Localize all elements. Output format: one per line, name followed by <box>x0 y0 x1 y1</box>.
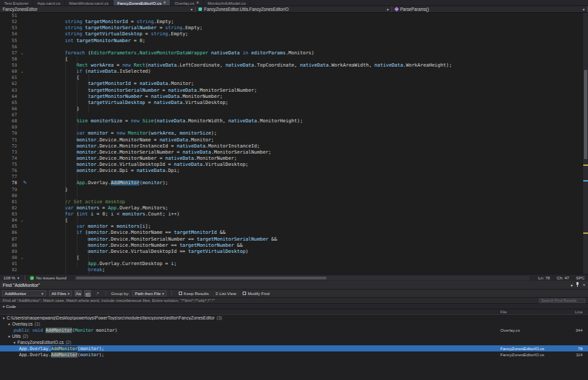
code-line-text[interactable]: Rect workArea = new Rect(nativeData.Left… <box>31 63 452 69</box>
code-line[interactable]: 75 monitor.Device.VirtualDesktopId = nat… <box>0 162 588 168</box>
code-line-text[interactable]: App.Overlay.AddMonitor(monitor); <box>31 180 168 186</box>
code-line-text[interactable]: if (monitor.Device.MonitorName == target… <box>31 230 226 236</box>
glyph-margin[interactable] <box>19 88 31 94</box>
code-line-text[interactable]: var monitor = new Monitor(workArea, moni… <box>31 131 217 137</box>
code-line-text[interactable]: { <box>31 75 80 81</box>
code-line[interactable]: 71 monitor.Device.MonitorName = nativeDa… <box>0 137 588 143</box>
glyph-margin[interactable] <box>19 156 31 162</box>
tab-app-xaml-cs[interactable]: App.xaml.cs <box>33 0 65 5</box>
code-line[interactable]: 59 Rect workArea = new Rect(nativeData.L… <box>0 63 588 69</box>
fold-chevron-icon[interactable]: ⌄ <box>20 69 24 75</box>
code-line-text[interactable]: // Set active desktop <box>31 199 125 205</box>
code-line[interactable]: 60⌄ if (nativeData.IsSelected) <box>0 69 588 75</box>
type-dropdown[interactable]: FancyZonesEditor.Utils.FancyZonesEditorI… <box>196 6 392 12</box>
glyph-margin[interactable] <box>19 237 31 243</box>
code-line[interactable]: 53 string targetMonitorSerialNumber = st… <box>0 25 588 31</box>
zoom-control[interactable]: 108 % ▾ <box>0 275 22 281</box>
code-line[interactable]: 58 { <box>0 56 588 63</box>
code-group-row[interactable]: ▾ Code <box>0 304 588 309</box>
code-line-text[interactable]: string targetMonitorId = string.Empty; <box>31 19 174 25</box>
code-line[interactable]: 69 <box>0 124 588 131</box>
code-line-text[interactable]: monitor.Device.MonitorSerialNumber == ta… <box>31 237 277 243</box>
glyph-margin[interactable]: ⌄ <box>19 218 31 224</box>
line-indicator[interactable]: Ln: 78 <box>535 275 553 280</box>
fold-chevron-icon[interactable]: ⌄ <box>20 255 24 261</box>
code-line-text[interactable]: string targetVirtualDesktop = string.Emp… <box>31 31 188 37</box>
tab-overlay-cs[interactable]: Overlay.cs× <box>171 0 204 5</box>
regex-toggle[interactable]: .* <box>94 290 101 296</box>
find-tree-node[interactable]: ▾Overlay.cs(1) <box>0 321 588 327</box>
glyph-margin[interactable]: ⌄ <box>19 255 31 261</box>
project-dropdown[interactable]: FancyZonesEditor ▾ <box>0 6 196 12</box>
code-line[interactable]: 52 string targetMonitorId = string.Empty… <box>0 19 588 25</box>
glyph-margin[interactable] <box>19 193 31 199</box>
document-health-indicator[interactable]: ✓ No issues found <box>27 275 69 280</box>
glyph-margin[interactable] <box>19 38 31 44</box>
glyph-margin[interactable] <box>19 106 31 112</box>
code-line[interactable]: 55 int targetMonitorNumber = 0; <box>0 38 588 44</box>
scrollbar-thumb[interactable] <box>584 70 587 159</box>
code-line-text[interactable]: var monitors = App.Overlay.Monitors; <box>31 205 168 211</box>
glyph-margin[interactable] <box>19 205 31 211</box>
code-editor[interactable]: 5152 string targetMonitorId = string.Emp… <box>0 13 588 274</box>
code-line-text[interactable]: foreach (EditorParameters.NativeMonitorD… <box>31 50 314 56</box>
find-tree-node[interactable]: ▾C:\Users\shaopengwang\Desktop\powertoys… <box>0 315 588 321</box>
code-line-text[interactable]: Size monitorSize = new Size(nativeData.M… <box>31 118 302 124</box>
chevron-down-icon[interactable]: ▾ <box>8 334 10 339</box>
close-icon[interactable]: × <box>196 1 199 5</box>
code-line-text[interactable]: { <box>31 218 68 224</box>
code-line[interactable]: 85 var monitor = monitors[i]; <box>0 224 588 230</box>
editor-vertical-scrollbar[interactable] <box>583 13 588 274</box>
code-line-text[interactable]: monitor.Device.VirtualDesktopId = native… <box>31 162 248 168</box>
tab-test-explorer[interactable]: Test Explorer <box>0 0 33 5</box>
code-line-text[interactable]: } <box>31 106 80 112</box>
code-line-text[interactable]: monitor.Device.MonitorName = nativeData.… <box>31 137 214 143</box>
glyph-margin[interactable] <box>19 100 31 106</box>
glyph-margin[interactable]: ⌄ <box>19 69 31 75</box>
glyph-margin[interactable] <box>19 224 31 230</box>
glyph-margin[interactable] <box>19 112 31 118</box>
window-position-icon[interactable]: ▾ <box>570 283 572 288</box>
code-line[interactable]: 82 var monitors = App.Overlay.Monitors; <box>0 205 588 211</box>
glyph-margin[interactable]: ✎ <box>19 180 31 186</box>
tab-mainwindow-xaml-cs[interactable]: MainWindow.xaml.cs <box>65 0 114 5</box>
group-by-dropdown[interactable]: Path then File ▾ <box>132 290 167 296</box>
code-line[interactable]: 68 Size monitorSize = new Size(nativeDat… <box>0 118 588 124</box>
glyph-margin[interactable] <box>19 168 31 174</box>
glyph-margin[interactable] <box>19 243 31 249</box>
glyph-margin[interactable] <box>19 63 31 69</box>
tab-fancyzoneseditorio-cs[interactable]: FancyZonesEditorIO.cs× <box>114 0 171 5</box>
match-case-toggle[interactable]: Aa <box>75 290 82 296</box>
code-line[interactable]: 77 <box>0 174 588 180</box>
code-line[interactable]: 57⌄ foreach (EditorParameters.NativeMoni… <box>0 50 588 56</box>
fold-chevron-icon[interactable]: ⌄ <box>20 50 24 56</box>
list-view-button[interactable]: ≡ List View <box>213 290 238 296</box>
find-search-box[interactable]: ▾ <box>2 290 46 296</box>
code-line-text[interactable]: } <box>31 187 68 193</box>
chevron-down-icon[interactable]: ▾ <box>3 305 5 309</box>
column-indicator[interactable]: Ch: 47 <box>553 275 572 280</box>
code-line[interactable]: 74 monitor.Device.MonitorNumber = native… <box>0 156 588 162</box>
glyph-margin[interactable] <box>19 13 31 19</box>
code-line[interactable]: 83 for (int i = 0; i < monitors.Count; i… <box>0 211 588 218</box>
find-panel-title-bar[interactable]: Find "AddMonitor" ▾ × <box>0 281 588 290</box>
glyph-margin[interactable] <box>19 25 31 31</box>
glyph-margin[interactable] <box>19 143 31 150</box>
glyph-margin[interactable] <box>19 187 31 193</box>
code-line-text[interactable]: App.Overlay.CurrentDesktop = i; <box>31 261 177 267</box>
code-line-text[interactable]: targetVirtualDesktop = nativeData.Virtua… <box>31 100 228 106</box>
glyph-margin[interactable] <box>19 31 31 37</box>
glyph-margin[interactable] <box>19 267 31 273</box>
code-line-text[interactable]: { <box>31 255 80 261</box>
code-line[interactable]: 51 <box>0 13 588 19</box>
fold-chevron-icon[interactable]: ⌄ <box>20 218 24 224</box>
glyph-margin[interactable] <box>19 131 31 137</box>
code-line-text[interactable]: { <box>31 56 68 63</box>
chevron-down-icon[interactable]: ▾ <box>8 322 10 326</box>
code-line[interactable]: 56 <box>0 44 588 50</box>
find-tree-node[interactable]: ▾Utils(2) <box>0 333 588 339</box>
code-line-text[interactable]: monitor.Device.Dpi = nativeData.Dpi; <box>31 168 179 174</box>
code-line-text[interactable]: int targetMonitorNumber = 0; <box>31 38 145 44</box>
find-result-row[interactable]: public void AddMonitor(Monitor monitor)O… <box>0 327 588 333</box>
glyph-margin[interactable] <box>19 137 31 143</box>
